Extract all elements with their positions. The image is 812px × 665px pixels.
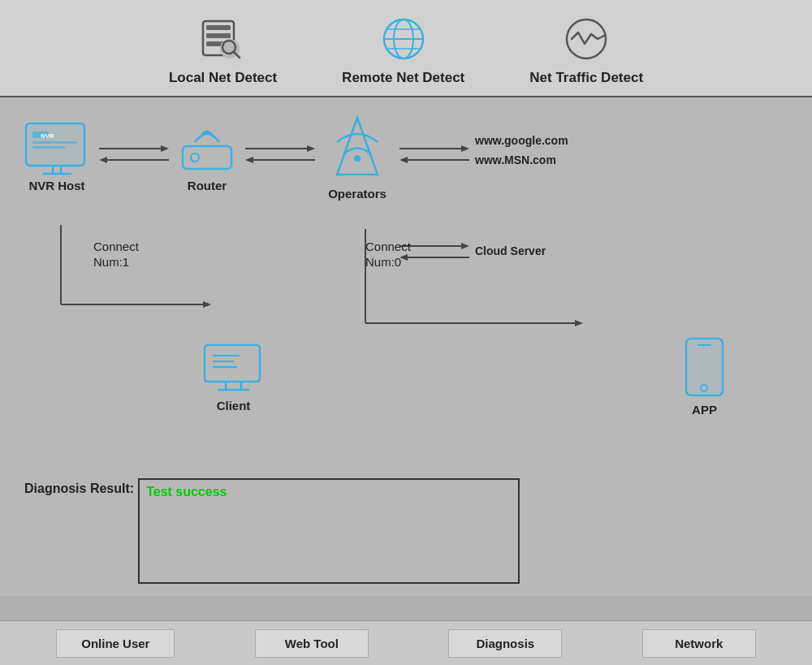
operators-label: Operators xyxy=(321,187,394,201)
online-user-button[interactable]: Online User xyxy=(56,629,175,658)
client-node: Client xyxy=(203,341,264,412)
main-content: NVR NVR Host R xyxy=(0,97,812,596)
router-icon xyxy=(175,118,240,179)
nvr-host-node: NVR NVR Host xyxy=(24,122,89,192)
remote-net-detect-item: Remote Net Detect xyxy=(342,15,464,86)
router-operator-arrow-svg xyxy=(244,142,317,166)
svg-marker-25 xyxy=(99,157,107,163)
svg-marker-23 xyxy=(161,145,169,152)
app-label: APP xyxy=(692,403,717,417)
bottom-navigation: Online User Web Tool Diagnosis Network xyxy=(0,620,812,665)
net-traffic-detect-label: Net Traffic Detect xyxy=(529,70,643,86)
svg-marker-37 xyxy=(400,157,408,163)
router-operator-arrows xyxy=(244,142,317,166)
nvr-client-arrow xyxy=(53,223,240,337)
operators-node: Operators xyxy=(321,114,394,201)
operator-url-arrow-svg xyxy=(398,142,471,166)
svg-rect-16 xyxy=(32,141,77,144)
app-icon xyxy=(682,337,727,398)
op-app-arrow xyxy=(357,227,593,357)
net-traffic-detect-icon xyxy=(562,15,611,63)
local-net-detect-label: Local Net Detect xyxy=(169,70,277,86)
local-net-detect-icon xyxy=(199,15,248,63)
svg-rect-56 xyxy=(686,339,723,395)
svg-marker-47 xyxy=(575,320,583,326)
svg-marker-29 xyxy=(307,145,315,152)
client-label: Client xyxy=(217,399,251,412)
svg-rect-17 xyxy=(32,146,65,149)
svg-marker-44 xyxy=(203,301,211,308)
svg-rect-48 xyxy=(205,345,260,382)
nvr-router-arrows xyxy=(97,142,171,166)
diagnosis-label: Diagnosis Result: xyxy=(24,478,134,496)
svg-rect-14 xyxy=(26,123,84,166)
net-traffic-detect-item: Net Traffic Detect xyxy=(529,15,643,86)
remote-net-detect-label: Remote Net Detect xyxy=(342,70,464,86)
url-google: www.google.com xyxy=(475,134,568,147)
web-tool-button[interactable]: Web Tool xyxy=(255,629,369,658)
svg-rect-1 xyxy=(206,25,231,30)
diagnosis-result: Test success xyxy=(146,485,227,499)
nvr-router-arrow-svg xyxy=(97,142,171,166)
header: Local Net Detect Remote Net Detect Net T… xyxy=(0,0,812,97)
router-label: Router xyxy=(175,179,240,192)
nvr-host-icon: NVR xyxy=(24,122,89,179)
nvr-client-arrow-svg xyxy=(53,223,240,337)
url-area: www.google.com www.MSN.com xyxy=(475,134,568,166)
op-app-arrow-svg xyxy=(357,227,593,357)
svg-marker-32 xyxy=(337,118,378,175)
app-node: APP xyxy=(682,337,727,417)
svg-marker-31 xyxy=(245,157,253,163)
url-msn: www.MSN.com xyxy=(475,153,568,166)
router-node: Router xyxy=(175,118,240,192)
diagnosis-box: Test success xyxy=(138,478,520,584)
nvr-host-label: NVR Host xyxy=(24,179,89,192)
svg-text:NVR: NVR xyxy=(41,132,54,140)
client-icon xyxy=(203,341,264,394)
local-net-detect-item: Local Net Detect xyxy=(169,15,277,86)
diagnosis-section: Diagnosis Result: Test success xyxy=(24,478,520,584)
svg-point-33 xyxy=(354,155,361,162)
remote-net-detect-icon xyxy=(379,15,428,63)
svg-marker-35 xyxy=(461,145,469,152)
network-button[interactable]: Network xyxy=(642,629,756,658)
diagnosis-button[interactable]: Diagnosis xyxy=(448,629,562,658)
operators-icon xyxy=(321,114,394,187)
svg-rect-2 xyxy=(206,33,231,38)
svg-point-27 xyxy=(191,153,199,162)
operator-url-arrows xyxy=(398,142,471,166)
